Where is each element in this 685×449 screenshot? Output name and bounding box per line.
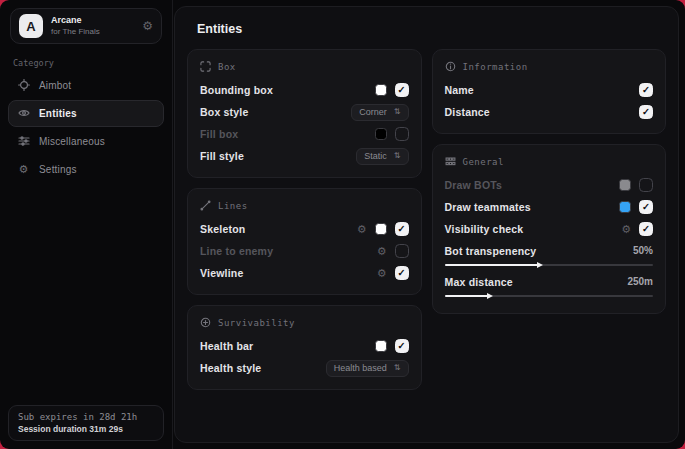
sidebar-nav: AimbotEntitiesMiscellaneous⚙Settings xyxy=(0,72,172,183)
sub-expires-text: Sub expires in 28d 21h xyxy=(18,412,154,422)
gear-icon[interactable]: ⚙ xyxy=(142,20,153,32)
setting-row: Name✓ xyxy=(445,79,654,101)
slider-fill xyxy=(445,295,489,297)
dropdown-select[interactable]: Health based⇅ xyxy=(326,360,409,377)
box-icon xyxy=(200,61,211,72)
slider-value: 50% xyxy=(633,245,653,256)
checkbox[interactable]: ✓ xyxy=(395,339,409,353)
checkmark-icon: ✓ xyxy=(398,268,406,278)
color-swatch[interactable] xyxy=(375,84,387,96)
card-title: Lines xyxy=(218,201,248,211)
grid-icon xyxy=(445,156,456,167)
setting-row: Bounding box✓ xyxy=(200,79,409,101)
sidebar-item-label: Miscellaneous xyxy=(39,136,105,147)
setting-row: Box styleCorner⇅ xyxy=(200,101,409,123)
gear-icon[interactable]: ⚙ xyxy=(357,224,367,235)
dropdown-select[interactable]: Corner⇅ xyxy=(351,104,408,121)
setting-row: Draw BOTs xyxy=(445,174,654,196)
setting-label: Bot transpenency xyxy=(445,245,537,257)
setting-label: Health style xyxy=(200,362,261,374)
sidebar-item-label: Settings xyxy=(39,164,77,175)
checkmark-icon: ✓ xyxy=(642,224,650,234)
card-title: Information xyxy=(463,62,528,72)
checkbox[interactable]: ✓ xyxy=(395,222,409,236)
brand-logo: A xyxy=(19,14,43,38)
card-header: Lines xyxy=(200,200,409,211)
color-swatch[interactable] xyxy=(375,223,387,235)
checkbox[interactable] xyxy=(395,244,409,258)
sidebar-item-label: Aimbot xyxy=(39,80,71,91)
unfold-icon: ⇅ xyxy=(394,152,401,160)
setting-row: Viewline⚙✓ xyxy=(200,262,409,284)
card-header: Survivability xyxy=(200,317,409,328)
checkbox[interactable] xyxy=(395,127,409,141)
sidebar-item-label: Entities xyxy=(39,108,77,119)
setting-label: Max distance xyxy=(445,276,513,288)
crosshair-icon xyxy=(18,79,30,93)
card-header: Information xyxy=(445,61,654,72)
setting-row: Health styleHealth based⇅ xyxy=(200,357,409,379)
checkbox[interactable]: ✓ xyxy=(639,105,653,119)
card-general: GeneralDraw BOTsDraw teammates✓Visibilit… xyxy=(432,144,667,314)
setting-label: Draw teammates xyxy=(445,201,531,213)
checkmark-icon: ✓ xyxy=(398,85,406,95)
checkmark-icon: ✓ xyxy=(642,107,650,117)
main-panel: Entities BoxBounding box✓Box styleCorner… xyxy=(174,6,679,443)
dropdown-value: Static xyxy=(364,151,387,161)
card-title: Survivability xyxy=(218,318,295,328)
setting-label: Draw BOTs xyxy=(445,179,503,191)
setting-label: Line to enemy xyxy=(200,245,273,257)
setting-label: Skeleton xyxy=(200,223,245,235)
setting-label: Name xyxy=(445,84,474,96)
setting-row: Fill box xyxy=(200,123,409,145)
session-duration-text: Session duration 31m 29s xyxy=(18,424,154,434)
setting-label: Box style xyxy=(200,106,249,118)
slider-track[interactable] xyxy=(445,264,654,266)
slider-row: Bot transpenency50% xyxy=(445,241,654,266)
checkbox[interactable]: ✓ xyxy=(639,83,653,97)
sidebar-item-entities[interactable]: Entities xyxy=(8,100,164,127)
setting-label: Visibility check xyxy=(445,223,524,235)
gear-icon[interactable]: ⚙ xyxy=(377,246,387,257)
slider-thumb[interactable] xyxy=(537,262,543,268)
setting-row: Fill styleStatic⇅ xyxy=(200,145,409,167)
checkbox[interactable]: ✓ xyxy=(639,200,653,214)
setting-label: Viewline xyxy=(200,267,243,279)
dropdown-select[interactable]: Static⇅ xyxy=(356,148,408,165)
sidebar-item-settings[interactable]: ⚙Settings xyxy=(8,156,164,183)
card-title: General xyxy=(463,157,504,167)
setting-row: Draw teammates✓ xyxy=(445,196,654,218)
checkmark-icon: ✓ xyxy=(642,202,650,212)
brand-card: A Arcane for The Finals ⚙ xyxy=(10,8,162,44)
sliders-icon xyxy=(18,135,30,149)
setting-label: Distance xyxy=(445,106,490,118)
slider-track[interactable] xyxy=(445,295,654,297)
checkbox[interactable]: ✓ xyxy=(639,222,653,236)
sidebar-item-miscellaneous[interactable]: Miscellaneous xyxy=(8,128,164,155)
color-swatch[interactable] xyxy=(619,201,631,213)
sidebar-item-aimbot[interactable]: Aimbot xyxy=(8,72,164,99)
gear-icon[interactable]: ⚙ xyxy=(377,268,387,279)
column-right: InformationName✓Distance✓GeneralDraw BOT… xyxy=(432,49,667,314)
sidebar: A Arcane for The Finals ⚙ Category Aimbo… xyxy=(0,0,173,449)
column-left: BoxBounding box✓Box styleCorner⇅Fill box… xyxy=(187,49,422,390)
color-swatch[interactable] xyxy=(375,340,387,352)
setting-label: Bounding box xyxy=(200,84,273,96)
dropdown-value: Health based xyxy=(334,363,387,373)
checkbox[interactable]: ✓ xyxy=(395,83,409,97)
card-title: Box xyxy=(218,62,236,72)
category-label: Category xyxy=(13,58,172,68)
slider-row: Max distance250m xyxy=(445,272,654,297)
setting-label: Fill style xyxy=(200,150,244,162)
page-title: Entities xyxy=(197,22,666,36)
color-swatch[interactable] xyxy=(619,179,631,191)
gear-icon[interactable]: ⚙ xyxy=(621,224,631,235)
eye-icon xyxy=(18,107,30,121)
checkbox[interactable]: ✓ xyxy=(395,266,409,280)
card-header: General xyxy=(445,156,654,167)
color-swatch[interactable] xyxy=(375,128,387,140)
slider-thumb[interactable] xyxy=(487,293,493,299)
card-lines: LinesSkeleton⚙✓Line to enemy⚙Viewline⚙✓ xyxy=(187,188,422,295)
brand-text: Arcane for The Finals xyxy=(51,15,134,36)
checkbox[interactable] xyxy=(639,178,653,192)
